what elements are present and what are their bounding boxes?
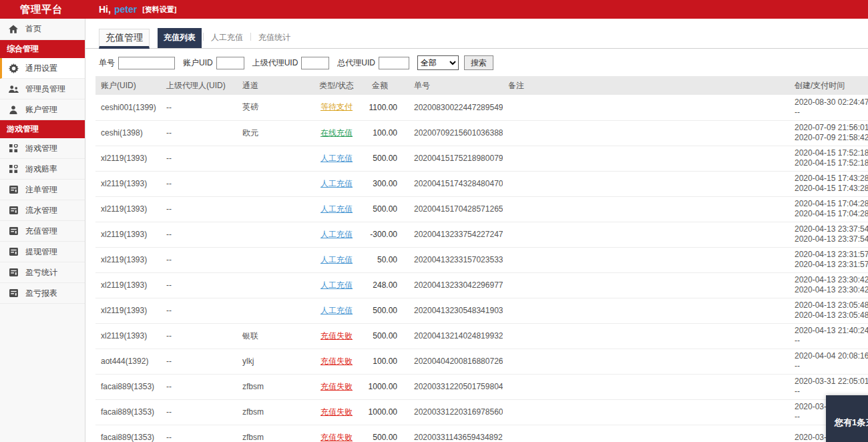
status-select[interactable]: 全部: [417, 55, 459, 70]
cell-amount: 300.00: [357, 171, 403, 196]
cell-amount: 500.00: [357, 425, 403, 442]
cell-account: xl2119(1393): [95, 272, 162, 298]
status-link[interactable]: 人工充值: [320, 230, 353, 239]
table-row[interactable]: xl2119(1393) -- 人工充值 50.00 2020041323315…: [95, 247, 868, 272]
table-row[interactable]: xl2119(1393) -- 银联 充值失败 500.00 202004132…: [95, 323, 868, 349]
cell-remark: [503, 146, 780, 171]
top-agent-uid-input[interactable]: [379, 57, 409, 69]
table-row[interactable]: facai889(1353) -- zfbsm 充值失败 500.00 2020…: [95, 425, 868, 442]
gear-icon: [8, 63, 19, 73]
table-row[interactable]: xl2119(1393) -- 人工充值 500.00 202004151704…: [95, 196, 868, 222]
status-link[interactable]: 等待支付: [320, 102, 353, 112]
recharge-toast-notification[interactable]: 您有1条充: [826, 395, 868, 442]
sidebar-item-首页[interactable]: 首页: [0, 19, 85, 40]
sidebar-item-label: 盈亏统计: [25, 267, 57, 278]
cell-channel: 欧元: [236, 120, 316, 146]
created-time: 2020-04-13 23:05:48: [795, 300, 868, 310]
cell-amount: 500.00: [357, 298, 403, 323]
tab-recharge-stats[interactable]: 充值统计: [252, 28, 296, 48]
created-time: 2020-04-13 23:30:42: [795, 275, 868, 285]
table-row[interactable]: xl2119(1393) -- 人工充值 -300.00 20200413233…: [95, 222, 868, 247]
tab-bar: 充值管理 充值列表 人工充值 充值统计: [85, 19, 868, 49]
cell-remark: [503, 171, 780, 196]
table-row[interactable]: xl2119(1393) -- 人工充值 500.00 202004132305…: [95, 298, 868, 323]
status-link[interactable]: 人工充值: [320, 255, 353, 264]
sidebar-item-管理员管理[interactable]: 管理员管理: [0, 79, 85, 99]
sidebar-item-盈亏报表[interactable]: 盈亏报表: [0, 283, 85, 304]
sidebar-item-流水管理[interactable]: 流水管理: [0, 200, 85, 221]
cell-created-paid-time: 2020-04-13 23:31:57 2020-04-13 23:31:57: [780, 247, 868, 272]
cell-amount: 248.00: [357, 272, 403, 298]
created-time: 2020-04-15 17:04:28: [795, 199, 868, 209]
sidebar-section-header: 综合管理: [0, 40, 85, 58]
account-uid-label: 账户UID: [183, 57, 213, 69]
created-time: 2020-04-15 17:43:28: [795, 174, 868, 184]
cell-created-paid-time: 2020-04-13 23:37:54 2020-04-13 23:37:54: [780, 222, 868, 247]
table-row[interactable]: facai889(1353) -- zfbsm 充值失败 1000.00 202…: [95, 374, 868, 399]
sidebar-item-账户管理[interactable]: 账户管理: [0, 99, 85, 120]
cell-channel: [236, 247, 316, 272]
sidebar-item-游戏管理[interactable]: 游戏管理: [0, 138, 85, 159]
sidebar-item-游戏赔率[interactable]: 游戏赔率: [0, 159, 85, 180]
sidebar-nav: 首页 综合管理 通用设置 管理员管理 账户管理 游戏管理 游戏管理 游戏赔率 注…: [0, 19, 85, 442]
col-remark: 备注: [503, 76, 780, 95]
created-time: 2020-04-15 17:52:18: [795, 148, 868, 158]
status-link[interactable]: 人工充值: [320, 204, 353, 214]
table-row[interactable]: ceshi001(1399) -- 英磅 等待支付 1100.00 202008…: [95, 95, 868, 120]
sidebar-item-label: 充值管理: [25, 226, 57, 237]
cell-amount: 500.00: [357, 146, 403, 171]
cell-channel: 英磅: [236, 95, 316, 120]
game-grid-icon: [8, 164, 19, 174]
status-link[interactable]: 充值失败: [320, 331, 353, 341]
table-row[interactable]: aot444(1392) -- ylkj 充值失败 100.00 2020040…: [95, 349, 868, 374]
status-link[interactable]: 人工充值: [320, 280, 353, 290]
sidebar-item-注单管理[interactable]: 注单管理: [0, 180, 85, 200]
status-link[interactable]: 充值失败: [320, 433, 353, 442]
cell-amount: 1000.00: [357, 374, 403, 399]
table-row[interactable]: facai889(1353) -- zfbsm 充值失败 1000.00 202…: [95, 399, 868, 425]
parent-agent-uid-input[interactable]: [301, 57, 329, 69]
created-time: 2020-03-31 22:05:01: [795, 377, 868, 387]
sidebar-item-充值管理[interactable]: 充值管理: [0, 221, 85, 242]
table-row[interactable]: xl2119(1393) -- 人工充值 500.00 202004151752…: [95, 146, 868, 171]
cell-order-no: 20200404200816880726: [403, 349, 503, 374]
status-link[interactable]: 在线充值: [320, 128, 353, 138]
status-link[interactable]: 充值失败: [320, 357, 353, 366]
sidebar-item-通用设置[interactable]: 通用设置: [0, 58, 85, 79]
status-link[interactable]: 充值失败: [320, 407, 353, 417]
status-link[interactable]: 人工充值: [320, 306, 353, 315]
cell-order-no: 20200830022447289549: [403, 95, 503, 120]
cell-channel: zfbsm: [236, 425, 316, 442]
profile-settings-link[interactable]: [资料设置]: [142, 5, 176, 15]
tab-recharge-list[interactable]: 充值列表: [158, 28, 202, 48]
recharge-table: 账户(UID) 上级代理人(UID) 通道 类型/状态 金额 单号 备注 创建/…: [95, 76, 868, 442]
status-link[interactable]: 充值失败: [320, 382, 353, 391]
table-row[interactable]: xl2119(1393) -- 人工充值 300.00 202004151743…: [95, 171, 868, 196]
paid-time: --: [795, 107, 868, 118]
created-time: 2020-04-13 23:31:57: [795, 250, 868, 260]
sidebar-item-提现管理[interactable]: 提现管理: [0, 242, 85, 262]
search-button[interactable]: 搜索: [464, 55, 493, 70]
cell-remark: [503, 425, 780, 442]
table-row[interactable]: xl2119(1393) -- 人工充值 248.00 202004132330…: [95, 272, 868, 298]
col-order-no: 单号: [403, 76, 503, 95]
cell-parent-agent: --: [162, 222, 236, 247]
cell-channel: [236, 272, 316, 298]
cell-created-paid-time: 2020-04-13 23:30:42 2020-04-13 23:30:42: [780, 272, 868, 298]
order-no-input[interactable]: [118, 57, 175, 69]
cell-parent-agent: --: [162, 298, 236, 323]
cell-order-no: 20200331220501759804: [403, 374, 503, 399]
sidebar-item-盈亏统计[interactable]: 盈亏统计: [0, 262, 85, 283]
cell-parent-agent: --: [162, 247, 236, 272]
main-content: 充值管理 充值列表 人工充值 充值统计 单号 账户UID 上级代理UID 总代理…: [85, 19, 868, 442]
table-row[interactable]: ceshi(1398) -- 欧元 在线充值 100.00 2020070921…: [95, 120, 868, 146]
tab-manual-recharge[interactable]: 人工充值: [205, 28, 249, 48]
account-uid-input[interactable]: [216, 57, 244, 69]
cell-channel: ylkj: [236, 349, 316, 374]
cell-account: xl2119(1393): [95, 222, 162, 247]
status-link[interactable]: 人工充值: [320, 179, 353, 188]
cell-account: xl2119(1393): [95, 323, 162, 349]
col-parent-agent: 上级代理人(UID): [162, 76, 236, 95]
status-link[interactable]: 人工充值: [320, 154, 353, 163]
sidebar-section-label: 综合管理: [7, 43, 39, 55]
